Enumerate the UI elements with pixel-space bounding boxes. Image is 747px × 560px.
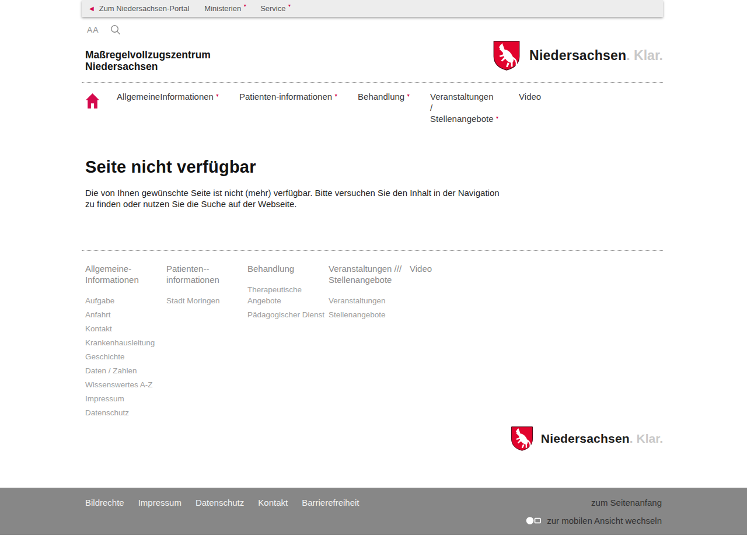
site-title-line2: Niedersachsen: [85, 61, 211, 73]
accessibility-toolbar: AA: [82, 17, 663, 36]
sitemap-col-behandlung: Behandlung Therapeutische Angebote Pädag…: [247, 263, 329, 421]
sitemap-col-allgemeine-informationen: Allgemeine- Informationen Aufgabe Anfahr…: [85, 263, 166, 421]
title-line: Video: [410, 263, 491, 274]
nav-item-patienten-informationen[interactable]: Patienten-informationen▼: [239, 91, 338, 102]
sitemap-link-stadt-moringen[interactable]: Stadt Moringen: [166, 295, 247, 306]
title-line: informationen: [166, 274, 247, 285]
site-title: Maßregelvollzugszentrum Niedersachsen: [85, 50, 211, 73]
sitemap-col-title: Video: [410, 263, 491, 274]
page-message: Die von Ihnen gewünschte Seite ist nicht…: [85, 187, 510, 209]
mobile-view-label: zur mobilen Ansicht wechseln: [547, 516, 662, 526]
main-nav: AllgemeineInformationen▼ Patienten-infor…: [82, 83, 663, 132]
home-button[interactable]: [85, 92, 100, 110]
sitemap-col-title: Behandlung: [247, 263, 329, 274]
page-title: Seite nicht verfügbar: [85, 158, 663, 177]
sitemap-link-kontakt[interactable]: Kontakt: [85, 323, 166, 334]
footer-logo-row: Niedersachsen. Klar.: [82, 426, 663, 452]
sitemap-link-paedagogischer-dienst[interactable]: Pädagogischer Dienst: [247, 309, 329, 320]
caret-down-icon: ▼: [243, 4, 247, 8]
to-top-link[interactable]: zum Seitenanfang: [591, 498, 662, 508]
title-line: Patienten--: [166, 263, 247, 274]
portal-back-label: Zum Niedersachsen-Portal: [99, 4, 190, 13]
bottombar-link-bildrechte[interactable]: Bildrechte: [85, 498, 124, 508]
sitemap-link-wissenswertes[interactable]: Wissenswertes A-Z: [85, 379, 166, 390]
toggle-icon: [526, 516, 542, 525]
caret-down-icon: ▼: [215, 93, 219, 97]
sitemap-link-anfahrt[interactable]: Anfahrt: [85, 309, 166, 320]
sitemap-link-therapeutische-angebote[interactable]: Therapeutische Angebote: [247, 284, 316, 306]
service-label: Service: [260, 4, 285, 13]
sitemap-link-impressum[interactable]: Impressum: [85, 393, 166, 404]
sitemap-col-veranstaltungen-stellenangebote: Veranstaltungen /// Stellenangebote Vera…: [329, 263, 410, 421]
ministries-label: Ministerien: [204, 4, 241, 13]
font-size-button[interactable]: AA: [87, 25, 99, 34]
title-line: Informationen: [85, 274, 166, 285]
caret-down-icon: ▼: [495, 116, 500, 120]
sitemap-link-stellenangebote[interactable]: Stellenangebote: [329, 309, 410, 320]
footer-niedersachsen-logo: Niedersachsen. Klar.: [511, 426, 663, 452]
bottom-bar: Bildrechte Impressum Datenschutz Kontakt…: [0, 488, 747, 535]
nav-label-line1: Veranstaltungen: [430, 92, 493, 102]
sitemap-col-patienten-informationen: Patienten-- informationen Stadt Moringen: [166, 263, 247, 421]
bottombar-link-kontakt[interactable]: Kontakt: [258, 498, 288, 508]
nav-item-behandlung[interactable]: Behandlung▼: [358, 91, 410, 102]
sitemap-col-title: Veranstaltungen /// Stellenangebote: [329, 263, 410, 285]
bottombar-link-datenschutz[interactable]: Datenschutz: [196, 498, 244, 508]
title-line: Stellenangebote: [329, 274, 410, 285]
logo-claim: . Klar.: [626, 48, 663, 63]
nav-label: Patienten-informationen: [239, 92, 332, 102]
service-menu[interactable]: Service ▼: [260, 4, 291, 13]
mobile-view-toggle[interactable]: zur mobilen Ansicht wechseln: [526, 516, 662, 526]
bottombar-link-impressum[interactable]: Impressum: [138, 498, 181, 508]
title-line: Behandlung: [247, 263, 329, 274]
caret-down-icon: ▼: [334, 93, 338, 97]
sitemap-link-daten-zahlen[interactable]: Daten / Zahlen: [85, 365, 166, 376]
nav-label-line2: / Stellenangebote: [430, 103, 493, 124]
niedersachsen-logo[interactable]: Niedersachsen. Klar.: [493, 40, 663, 71]
main-content: Seite nicht verfügbar Die von Ihnen gewü…: [82, 158, 663, 250]
logo-wordmark: Niedersachsen: [541, 432, 630, 445]
caret-down-icon: ▼: [406, 93, 410, 97]
logo-claim: . Klar.: [630, 432, 663, 445]
niedersachsen-crest-icon: [511, 426, 533, 452]
site-title-line1: Maßregelvollzugszentrum: [85, 50, 211, 61]
sitemap-col-title: Patienten-- informationen: [166, 263, 247, 285]
title-line: Allgemeine-: [85, 263, 166, 274]
sitemap-link-geschichte[interactable]: Geschichte: [85, 351, 166, 362]
nav-label: Video: [519, 92, 541, 102]
sitemap-link-krankenhausleitung[interactable]: Krankenhausleitung: [85, 337, 166, 348]
masthead: Maßregelvollzugszentrum Niedersachsen Ni: [82, 36, 663, 82]
portal-back-link[interactable]: ◀ Zum Niedersachsen-Portal: [89, 4, 189, 13]
nav-label: AllgemeineInformationen: [117, 92, 214, 102]
portal-topbar: ◀ Zum Niedersachsen-Portal Ministerien ▼…: [82, 0, 663, 17]
nav-item-allgemeine-informationen[interactable]: AllgemeineInformationen▼: [117, 91, 219, 102]
logo-wordmark: Niedersachsen: [529, 48, 626, 63]
footer-sitemap: Allgemeine- Informationen Aufgabe Anfahr…: [82, 251, 663, 421]
caret-down-icon: ▼: [287, 4, 291, 8]
nav-item-video[interactable]: Video: [519, 91, 541, 102]
page-bottom-space: [0, 535, 747, 560]
search-icon: [110, 24, 121, 35]
sitemap-link-veranstaltungen[interactable]: Veranstaltungen: [329, 295, 410, 306]
bottombar-link-barrierefreiheit[interactable]: Barrierefreiheit: [302, 498, 359, 508]
title-line: Veranstaltungen ///: [329, 263, 410, 274]
ministries-menu[interactable]: Ministerien ▼: [204, 4, 247, 13]
search-button[interactable]: [110, 24, 121, 35]
niedersachsen-crest-icon: [493, 40, 521, 71]
back-arrow-icon: ◀: [89, 6, 94, 12]
nav-item-veranstaltungen-stellenangebote[interactable]: Veranstaltungen / Stellenangebote▼: [430, 91, 499, 124]
sitemap-col-video: Video: [410, 263, 491, 421]
sitemap-link-aufgabe[interactable]: Aufgabe: [85, 295, 166, 306]
sitemap-col-title: Allgemeine- Informationen: [85, 263, 166, 285]
nav-label: Behandlung: [358, 92, 404, 102]
home-icon: [85, 92, 100, 110]
sitemap-link-datenschutz[interactable]: Datenschutz: [85, 407, 166, 418]
